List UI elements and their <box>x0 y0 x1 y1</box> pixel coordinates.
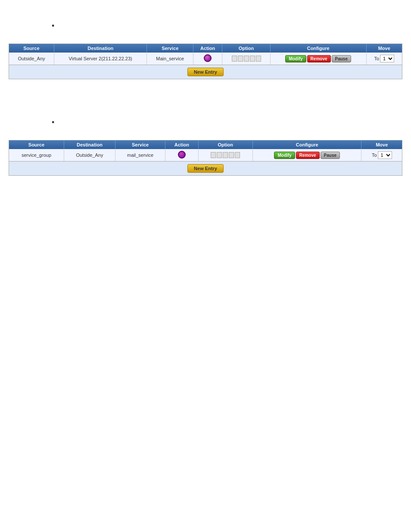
cell-service-1: Main_service <box>147 53 193 65</box>
cell-configure-1: Modify Remove Pause <box>270 53 366 65</box>
page-wrapper: • Source Destination Service Action Opti… <box>0 0 411 532</box>
cell-destination-2: Outside_Any <box>64 149 115 161</box>
col-destination-2: Destination <box>64 140 115 149</box>
option-box <box>229 152 234 158</box>
option-box <box>217 152 222 158</box>
table-1-wrapper: Source Destination Service Action Option… <box>9 44 402 79</box>
section-2: • Source Destination Service Action Opti… <box>9 96 402 176</box>
option-box <box>223 152 228 158</box>
pause-button-1[interactable]: Pause <box>332 55 351 62</box>
col-source-1: Source <box>9 44 54 53</box>
cell-action-2 <box>165 149 198 161</box>
cell-option-2 <box>198 149 253 161</box>
move-control-1: To 1 <box>370 55 399 62</box>
col-option-1: Option <box>222 44 271 53</box>
col-option-2: Option <box>198 140 253 149</box>
new-entry-button-1[interactable]: New Entry <box>187 68 224 76</box>
col-action-1: Action <box>193 44 222 53</box>
new-entry-button-2[interactable]: New Entry <box>187 164 224 173</box>
option-box <box>244 56 249 62</box>
col-service-1: Service <box>147 44 193 53</box>
cell-move-2: To 1 <box>361 149 402 161</box>
configure-buttons-1: Modify Remove Pause <box>274 55 363 62</box>
option-box <box>235 152 240 158</box>
policy-table-2: Source Destination Service Action Option… <box>9 140 402 161</box>
configure-buttons-2: Modify Remove Pause <box>256 152 358 159</box>
policy-table-1: Source Destination Service Action Option… <box>9 44 402 65</box>
cell-configure-2: Modify Remove Pause <box>253 149 361 161</box>
option-box <box>256 56 261 62</box>
option-boxes-1 <box>226 56 267 62</box>
pause-button-2[interactable]: Pause <box>321 152 340 159</box>
action-icon-1 <box>204 54 212 62</box>
move-select-1[interactable]: 1 <box>380 55 394 62</box>
cell-action-1 <box>193 53 222 65</box>
col-source-2: Source <box>9 140 64 149</box>
table-row: Outside_Any Virtual Server 2(211.22.22.2… <box>9 53 402 65</box>
move-label-1: To <box>374 56 379 61</box>
cell-destination-1: Virtual Server 2(211.22.22.23) <box>54 53 147 65</box>
modify-button-2[interactable]: Modify <box>274 152 295 159</box>
modify-button-1[interactable]: Modify <box>285 55 306 62</box>
table-2-wrapper: Source Destination Service Action Option… <box>9 140 402 176</box>
move-select-2[interactable]: 1 <box>378 151 392 159</box>
section-1: • Source Destination Service Action Opti… <box>9 9 402 79</box>
bullet-2: • <box>9 118 402 127</box>
table-row: service_group Outside_Any mail_service <box>9 149 402 161</box>
new-entry-row-2: New Entry <box>9 161 402 175</box>
remove-button-1[interactable]: Remove <box>307 55 331 62</box>
col-move-2: Move <box>361 140 402 149</box>
option-box <box>211 152 216 158</box>
new-entry-row-1: New Entry <box>9 65 402 79</box>
cell-source-1: Outside_Any <box>9 53 54 65</box>
move-control-2: To 1 <box>365 151 399 159</box>
action-icon-2 <box>178 151 186 159</box>
col-configure-2: Configure <box>253 140 361 149</box>
cell-move-1: To 1 <box>366 53 402 65</box>
option-box <box>238 56 243 62</box>
option-box <box>232 56 237 62</box>
col-configure-1: Configure <box>270 44 366 53</box>
col-action-2: Action <box>165 140 198 149</box>
col-move-1: Move <box>366 44 402 53</box>
bullet-1: • <box>9 22 402 31</box>
move-label-2: To <box>372 152 377 158</box>
option-boxes-2 <box>202 152 249 158</box>
col-service-2: Service <box>115 140 165 149</box>
col-destination-1: Destination <box>54 44 147 53</box>
cell-option-1 <box>222 53 271 65</box>
cell-service-2: mail_service <box>115 149 165 161</box>
option-box <box>250 56 255 62</box>
remove-button-2[interactable]: Remove <box>296 152 320 159</box>
cell-source-2: service_group <box>9 149 64 161</box>
